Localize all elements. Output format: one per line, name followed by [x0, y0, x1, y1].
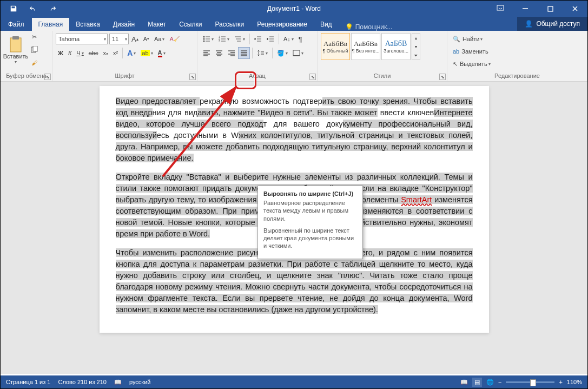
tooltip-body: Равномерное распределение текста между л…	[263, 199, 357, 222]
dialog-launcher-icon[interactable]: ⬊	[309, 74, 316, 80]
paste-label: Вставить	[3, 53, 29, 60]
zoom-slider[interactable]	[506, 381, 554, 383]
tab-references[interactable]: Ссылки	[173, 18, 208, 31]
decrease-indent-button[interactable]	[252, 33, 264, 45]
format-painter-button[interactable]: 🖌	[28, 57, 40, 69]
view-print-icon[interactable]: ▤	[472, 378, 482, 387]
highlight-button[interactable]: ab	[138, 47, 155, 59]
style-no-spacing[interactable]: АаБбВв¶ Без инте...	[351, 33, 380, 60]
increase-indent-button[interactable]	[265, 33, 276, 45]
align-left-button[interactable]	[201, 47, 213, 59]
shading-button[interactable]: 🪣	[275, 47, 290, 59]
underline-button[interactable]: Ч	[74, 47, 85, 59]
change-case-button[interactable]: Aa	[152, 33, 167, 45]
paste-button[interactable]: Вставить ▾	[4, 36, 28, 64]
tab-insert[interactable]: Вставка	[69, 18, 107, 31]
search-icon: 🔍	[453, 36, 460, 43]
dialog-launcher-icon[interactable]: ⬊	[44, 74, 51, 80]
view-web-icon[interactable]: 🌐	[486, 379, 494, 386]
shrink-font-button[interactable]: A▾	[141, 33, 151, 45]
svg-point-8	[203, 41, 205, 42]
ribbon-tabs: Файл Главная Вставка Дизайн Макет Ссылки…	[1, 17, 587, 31]
tooltip-title: Выровнять по ширине (Ctrl+J)	[263, 190, 357, 197]
tab-design[interactable]: Дизайн	[107, 18, 141, 31]
replace-button[interactable]: abЗаменить	[451, 45, 584, 57]
group-styles: АаБбВв¶ Обычный АаБбВв¶ Без инте... АаБб…	[318, 31, 447, 81]
ribbon: Вставить ▾ ✂ 🖌 Буфер обмена ⬊ Tahoma▾ 11…	[1, 31, 587, 82]
copy-button[interactable]	[28, 44, 40, 56]
close-icon[interactable]	[563, 1, 587, 17]
align-right-button[interactable]	[226, 47, 237, 59]
multilevel-button[interactable]	[232, 33, 247, 45]
superscript-button[interactable]: x²	[111, 47, 120, 59]
svg-text:3: 3	[219, 39, 220, 42]
cursor-icon: ↖	[453, 61, 458, 68]
indent-icon	[267, 36, 274, 42]
clear-formatting-button[interactable]: A🧹	[167, 33, 181, 45]
select-button[interactable]: ↖Выделить	[451, 58, 584, 70]
zoom-level[interactable]: 110%	[567, 379, 582, 385]
text-effects-button[interactable]: A	[125, 47, 138, 59]
show-marks-button[interactable]: ¶	[296, 33, 305, 45]
status-language[interactable]: русский	[129, 379, 150, 385]
dialog-launcher-icon[interactable]: ⬊	[439, 74, 446, 80]
grow-font-button[interactable]: A▴	[129, 33, 141, 45]
align-left-icon	[203, 50, 210, 56]
bulb-icon: 💡	[345, 23, 353, 31]
style-heading1[interactable]: АаБбВЗаголово...	[381, 33, 411, 60]
document-canvas[interactable]: Видео предоставляет рекрасную возможност…	[1, 82, 587, 374]
tab-file[interactable]: Файл	[1, 18, 32, 31]
tell-me[interactable]: 💡Помощник...	[345, 23, 393, 31]
status-wordcount[interactable]: Слово 210 из 210	[58, 379, 107, 385]
italic-button[interactable]: К	[66, 47, 74, 59]
styles-up-icon[interactable]: ▴	[412, 34, 420, 42]
zoom-out-icon[interactable]: −	[498, 379, 501, 385]
tooltip-body: Выровненный по ширине текст делает края …	[263, 227, 357, 250]
redo-icon[interactable]	[44, 1, 61, 16]
status-page[interactable]: Страница 1 из 1	[6, 379, 50, 385]
find-button[interactable]: 🔍Найти	[451, 33, 584, 45]
font-color-button[interactable]: A	[156, 47, 168, 59]
align-right-icon	[228, 50, 235, 56]
line-spacing-button[interactable]	[255, 47, 270, 59]
group-editing: 🔍Найти abЗаменить ↖Выделить Редактирован…	[447, 31, 587, 81]
share-button[interactable]: 👤Общий доступ	[517, 17, 587, 31]
sort-button[interactable]: A↓	[281, 33, 296, 45]
bold-button[interactable]: Ж	[56, 47, 65, 59]
style-normal[interactable]: АаБбВв¶ Обычный	[321, 33, 350, 60]
dialog-launcher-icon[interactable]: ⬊	[189, 74, 196, 80]
group-label: Шрифт	[56, 72, 194, 80]
zoom-in-icon[interactable]: +	[559, 379, 562, 385]
styles-down-icon[interactable]: ▾	[412, 42, 420, 51]
maximize-icon[interactable]	[538, 1, 563, 17]
font-name-combo[interactable]: Tahoma▾	[56, 34, 108, 44]
minimize-icon[interactable]	[513, 1, 538, 17]
font-size-combo[interactable]: 11▾	[109, 34, 129, 44]
align-center-button[interactable]	[213, 47, 225, 59]
tab-layout[interactable]: Макет	[141, 18, 173, 31]
borders-button[interactable]	[290, 47, 306, 59]
annotation-highlight	[235, 71, 256, 89]
tab-view[interactable]: Вид	[314, 18, 339, 31]
justify-button[interactable]	[238, 47, 250, 59]
cut-button[interactable]: ✂	[28, 31, 40, 43]
undo-icon[interactable]	[24, 1, 42, 16]
ribbon-options-icon[interactable]	[488, 1, 513, 17]
bullets-button[interactable]	[201, 33, 216, 45]
numbering-icon: 123	[219, 36, 226, 42]
strikethrough-button[interactable]: abc	[87, 47, 101, 59]
tab-review[interactable]: Рецензирование	[250, 18, 314, 31]
paste-icon	[8, 36, 23, 53]
subscript-button[interactable]: x₂	[101, 47, 111, 59]
styles-more-icon[interactable]: ⏷	[412, 51, 420, 60]
border-icon	[293, 50, 300, 56]
tab-mailings[interactable]: Рассылки	[208, 18, 250, 31]
group-label: Буфер обмена	[4, 72, 49, 80]
tab-home[interactable]: Главная	[32, 18, 70, 31]
svg-rect-0	[497, 5, 504, 10]
save-icon[interactable]	[5, 1, 22, 16]
spellcheck-icon[interactable]: 📖	[114, 379, 122, 386]
view-read-icon[interactable]: 📖	[460, 379, 468, 386]
justify-icon	[240, 50, 248, 56]
numbering-button[interactable]: 123	[216, 33, 232, 45]
